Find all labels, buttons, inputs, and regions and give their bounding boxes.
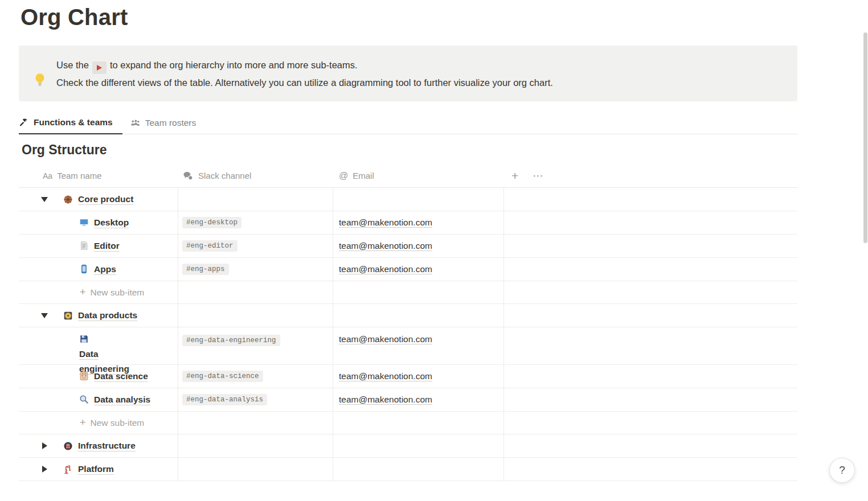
team-name-link[interactable]: Desktop — [94, 217, 129, 227]
slack-channel-tag[interactable]: #eng-desktop — [182, 217, 241, 228]
email-cell[interactable] — [333, 412, 504, 434]
slack-channel-tag[interactable]: #eng-data-engineering — [182, 335, 280, 346]
toggle-collapsed-icon[interactable] — [40, 466, 48, 473]
slack-channel-tag[interactable]: #eng-editor — [182, 240, 238, 252]
slack-channel-cell[interactable] — [178, 458, 333, 481]
email-cell[interactable]: team@makenotion.com — [333, 327, 504, 364]
slack-channel-tag[interactable]: #eng-data-analysis — [182, 394, 267, 405]
slack-channel-tag[interactable]: #eng-apps — [182, 264, 229, 275]
empty-cell — [504, 434, 797, 457]
slack-channel-cell[interactable]: #eng-data-science — [178, 365, 333, 388]
empty-cell — [504, 458, 797, 481]
slack-channel-cell[interactable]: #eng-data-engineering — [178, 327, 333, 364]
empty-cell — [504, 281, 797, 303]
email-cell[interactable] — [333, 458, 504, 481]
email-cell[interactable]: team@makenotion.com — [333, 258, 504, 281]
tab-team-rosters[interactable]: Team rosters — [130, 112, 196, 134]
email-link[interactable]: team@makenotion.com — [339, 395, 432, 405]
column-header-team-name[interactable]: Aa Team name — [19, 171, 178, 180]
sub-team-entry: Editor — [19, 239, 120, 253]
team-name-link[interactable]: Core product — [78, 194, 133, 204]
slack-channel-cell[interactable]: #eng-apps — [178, 258, 333, 281]
empty-cell — [504, 211, 797, 234]
page-title[interactable]: Org Chart — [21, 5, 128, 30]
table-row: Core product — [19, 188, 797, 211]
email-link[interactable]: team@makenotion.com — [339, 264, 432, 274]
team-name-link[interactable]: Data science — [94, 371, 148, 381]
team-name-cell: Core product — [19, 188, 178, 211]
sub-team-entry: Desktop — [19, 215, 129, 230]
triangle-glyph — [41, 197, 48, 202]
team-name-link[interactable]: Editor — [94, 241, 120, 250]
help-button[interactable]: ? — [829, 458, 855, 483]
callout-line-2: Check the different views of the table. … — [56, 74, 553, 91]
email-cell[interactable]: team@makenotion.com — [333, 235, 504, 257]
table-row: Data science#eng-data-scienceteam@makeno… — [19, 365, 797, 388]
callout-line1-after: to expand the org hierarchy into more an… — [110, 60, 358, 70]
team-name-link[interactable]: Data products — [78, 310, 137, 321]
triangle-glyph — [42, 466, 47, 473]
team-name-cell: Apps — [19, 258, 178, 281]
slack-channel-cell[interactable]: #eng-editor — [178, 235, 333, 257]
slack-channel-cell[interactable] — [178, 188, 333, 211]
slack-channel-cell[interactable]: #eng-desktop — [178, 211, 333, 234]
data-products-emoji — [63, 311, 73, 321]
table-row: Data engineering#eng-data-engineeringtea… — [19, 327, 797, 365]
slack-channel-cell[interactable] — [178, 412, 333, 434]
slack-channel-tag[interactable]: #eng-data-science — [182, 371, 263, 382]
editor-emoji — [79, 241, 89, 250]
empty-cell — [504, 235, 797, 257]
team-name-cell: Editor — [19, 235, 178, 257]
slack-channel-cell[interactable] — [178, 304, 333, 327]
toggle-expanded-icon[interactable] — [40, 197, 48, 202]
team-name-link[interactable]: Infrastructure — [78, 441, 136, 451]
email-cell[interactable]: team@makenotion.com — [333, 388, 504, 411]
team-name-cell: +New sub-item — [19, 281, 178, 303]
team-name-cell: Desktop — [19, 211, 178, 234]
data-engineering-emoji — [79, 334, 89, 344]
triangle-glyph — [42, 442, 47, 449]
slack-channel-cell[interactable] — [178, 434, 333, 457]
tab-functions-and-teams[interactable]: Functions & teams — [19, 112, 122, 134]
email-link[interactable]: team@makenotion.com — [339, 371, 432, 381]
email-cell[interactable]: team@makenotion.com — [333, 211, 504, 234]
header-actions: + ⋯ — [504, 170, 797, 182]
new-sub-item-button[interactable]: +New sub-item — [80, 417, 144, 429]
tab-label: Functions & teams — [34, 117, 113, 128]
email-cell[interactable]: team@makenotion.com — [333, 365, 504, 388]
column-header-slack-channel[interactable]: Slack channel — [178, 171, 333, 180]
team-icon — [130, 118, 140, 128]
add-property-button[interactable]: + — [511, 170, 518, 182]
plus-icon: + — [80, 286, 86, 298]
column-header-email[interactable]: @ Email — [333, 171, 504, 181]
email-link[interactable]: team@makenotion.com — [339, 241, 432, 251]
vertical-scrollbar-thumb[interactable] — [863, 32, 867, 243]
slack-channel-cell[interactable] — [178, 281, 333, 303]
core-product-emoji — [63, 195, 73, 204]
org-structure-table: Aa Team name Slack channel @ Email + ⋯ C… — [19, 164, 797, 481]
slack-channel-cell[interactable]: #eng-data-analysis — [178, 388, 333, 411]
apps-emoji — [79, 264, 89, 274]
team-name-link[interactable]: Platform — [78, 464, 114, 474]
column-label: Email — [353, 171, 374, 180]
email-cell[interactable] — [333, 304, 504, 327]
table-body: Core productDesktop#eng-desktopteam@make… — [19, 188, 797, 481]
team-name-link[interactable]: Data analysis — [94, 395, 150, 404]
email-link[interactable]: team@makenotion.com — [339, 217, 432, 228]
sub-team-entry: Data science — [19, 369, 148, 384]
email-cell[interactable] — [333, 188, 504, 211]
database-title[interactable]: Org Structure — [22, 142, 107, 158]
toggle-expanded-icon[interactable] — [40, 313, 48, 318]
toggle-collapsed-icon[interactable] — [40, 442, 48, 449]
team-name-cell: Infrastructure — [19, 434, 178, 457]
team-name-link[interactable]: Apps — [94, 264, 116, 274]
new-sub-item-button[interactable]: +New sub-item — [80, 286, 144, 298]
email-cell[interactable] — [333, 434, 504, 457]
email-cell[interactable] — [333, 281, 504, 303]
table-options-button[interactable]: ⋯ — [533, 170, 543, 181]
callout-text: Use theto expand the org hierarchy into … — [56, 56, 553, 101]
email-link[interactable]: team@makenotion.com — [339, 334, 432, 344]
tab-label: Team rosters — [145, 118, 196, 128]
notion-page: Org Chart Use theto expand the org hiera… — [0, 0, 868, 501]
platform-emoji — [63, 465, 73, 474]
